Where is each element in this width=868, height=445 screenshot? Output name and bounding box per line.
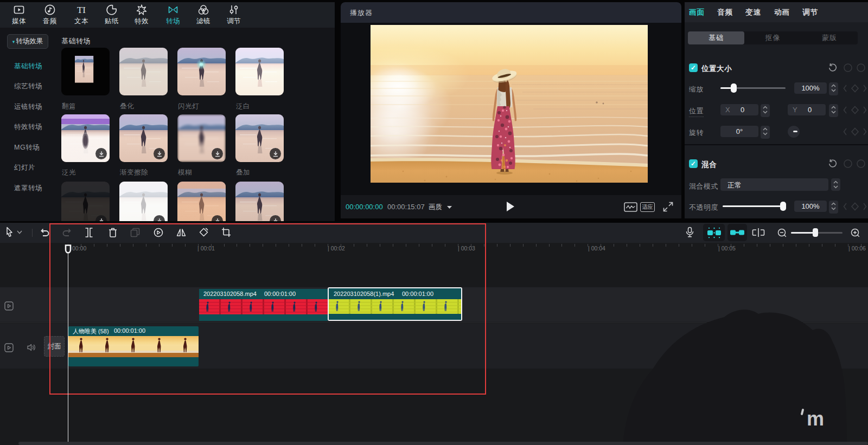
svg-text:TI: TI — [77, 5, 86, 15]
